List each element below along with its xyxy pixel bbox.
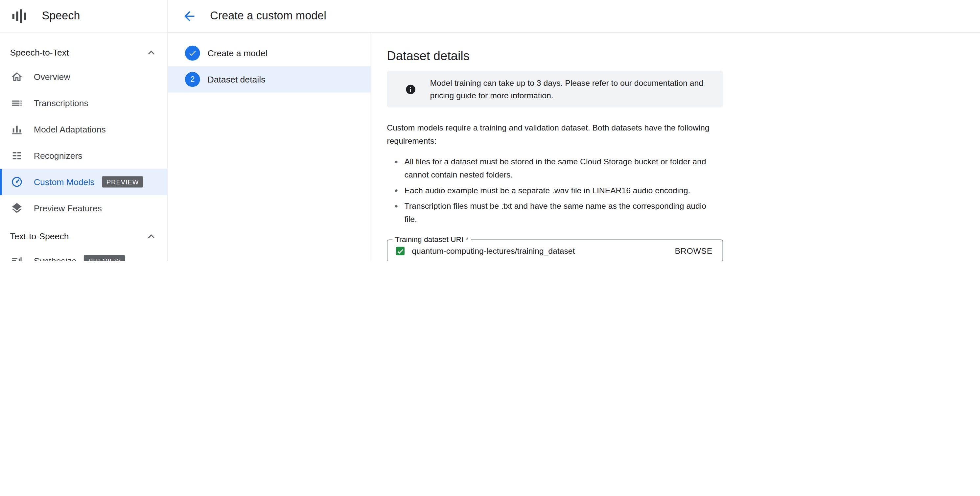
- product-name: Speech: [42, 10, 80, 23]
- chevron-up-icon: [145, 230, 158, 243]
- page-header: Create a custom model: [168, 0, 980, 33]
- sidebar-item-custom-models[interactable]: Custom Models PREVIEW: [0, 169, 168, 195]
- step-number: 2: [185, 72, 200, 87]
- transcriptions-icon: [11, 97, 23, 110]
- sidebar-item-label: Custom Models: [34, 177, 95, 187]
- sidebar-item-label: Preview Features: [34, 203, 102, 213]
- sidebar-item-label: Model Adaptations: [34, 124, 106, 134]
- layers-icon: [11, 202, 23, 214]
- training-uri-value[interactable]: quantum-computing-lectures/training_data…: [412, 246, 575, 256]
- requirement-item: All files for a dataset must be stored i…: [404, 155, 965, 181]
- sidebar-item-synthesize[interactable]: Synthesize PREVIEW: [0, 248, 168, 261]
- sidebar-item-label: Synthesize: [34, 256, 76, 261]
- home-icon: [11, 71, 23, 83]
- step-complete-icon: [185, 46, 200, 61]
- section-label: Speech-to-Text: [10, 48, 69, 57]
- speech-logo-icon: [11, 6, 29, 25]
- sidebar-nav: Speech-to-Text Overview Transcriptions: [0, 33, 168, 261]
- step-label: Create a model: [207, 48, 267, 58]
- requirement-text: All files for a dataset must be stored i…: [404, 155, 720, 181]
- sidebar-item-overview[interactable]: Overview: [0, 64, 168, 90]
- model-adaptations-icon: [11, 123, 23, 136]
- stepper: Create a model 2 Dataset details: [168, 33, 371, 261]
- stepper-step-create-a-model[interactable]: Create a model: [168, 40, 371, 67]
- app-window: Speech Speech-to-Text Overview Transcrip: [0, 0, 980, 261]
- requirement-text: Each audio example must be a separate .w…: [404, 184, 690, 197]
- requirement-text: Transcription files must be .txt and hav…: [404, 200, 720, 226]
- storage-bucket-check-icon: [395, 246, 406, 256]
- stepper-step-dataset-details[interactable]: 2 Dataset details: [168, 67, 371, 93]
- info-banner-text: Model training can take up to 3 days. Pl…: [430, 77, 713, 101]
- sidebar-header: Speech: [0, 0, 168, 33]
- training-dataset-uri-label: Training dataset URI *: [392, 235, 471, 244]
- training-dataset-uri-field[interactable]: Training dataset URI * quantum-computing…: [387, 239, 723, 261]
- info-banner: Model training can take up to 3 days. Pl…: [387, 71, 723, 108]
- sidebar-item-recognizers[interactable]: Recognizers: [0, 143, 168, 169]
- workarea: Create a model 2 Dataset details Dataset…: [168, 33, 980, 261]
- section-title: Dataset details: [387, 49, 965, 63]
- requirement-item: Transcription files must be .txt and hav…: [404, 200, 965, 226]
- form-body: Dataset details Model training can take …: [371, 33, 980, 261]
- page-title: Create a custom model: [210, 10, 326, 23]
- sidebar-item-preview-features[interactable]: Preview Features: [0, 195, 168, 221]
- step-label: Dataset details: [207, 74, 265, 84]
- sidebar-section-text-to-speech[interactable]: Text-to-Speech: [0, 225, 168, 248]
- requirements-list: All files for a dataset must be stored i…: [387, 155, 965, 226]
- preview-badge: PREVIEW: [102, 176, 143, 188]
- sidebar-item-model-adaptations[interactable]: Model Adaptations: [0, 116, 168, 143]
- sidebar-item-label: Recognizers: [34, 151, 83, 161]
- section-label: Text-to-Speech: [10, 231, 69, 241]
- intro-text: Custom models require a training and val…: [387, 121, 727, 148]
- requirement-item: Each audio example must be a separate .w…: [404, 184, 965, 197]
- nav-section-gap: [0, 221, 168, 225]
- sidebar-item-transcriptions[interactable]: Transcriptions: [0, 90, 168, 116]
- preview-badge: PREVIEW: [84, 255, 125, 261]
- synthesize-icon: [11, 254, 23, 261]
- recognizers-icon: [11, 149, 23, 162]
- info-icon: [405, 83, 416, 95]
- chevron-up-icon: [145, 46, 158, 59]
- sidebar-section-speech-to-text[interactable]: Speech-to-Text: [0, 41, 168, 64]
- main-area: Create a custom model Create a model 2 D…: [168, 0, 980, 261]
- sidebar-item-label: Overview: [34, 72, 70, 82]
- back-arrow-icon[interactable]: [182, 8, 197, 24]
- sidebar-item-label: Transcriptions: [34, 98, 88, 108]
- sidebar: Speech Speech-to-Text Overview Transcrip: [0, 0, 168, 261]
- form-panel: Dataset details Model training can take …: [371, 33, 980, 261]
- custom-models-icon: [11, 175, 23, 188]
- browse-button-training[interactable]: BROWSE: [667, 240, 720, 261]
